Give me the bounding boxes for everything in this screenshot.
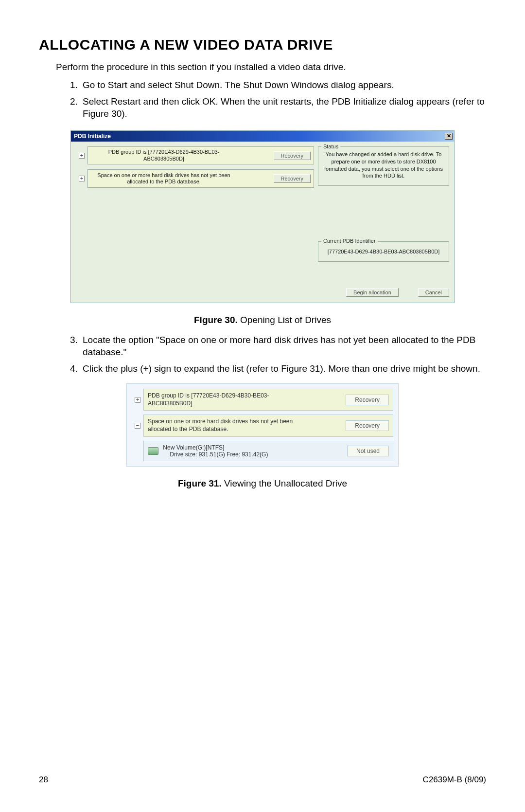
steps-3-4: Locate the option "Space on one or more … — [80, 334, 486, 375]
step-2: Select Restart and then click OK. When t… — [80, 96, 486, 120]
drive-name: New Volume(G:)[NTFS] — [163, 444, 224, 451]
pdb-initialize-dialog: PDB Initialize ✕ + PDB group ID is [7772… — [70, 130, 455, 303]
begin-allocation-button[interactable]: Begin allocation — [346, 288, 399, 297]
expand-icon[interactable]: + — [79, 153, 85, 159]
close-icon[interactable]: ✕ — [445, 133, 453, 140]
tree-item-unallocated[interactable]: Space on one or more hard disk drives ha… — [143, 415, 393, 436]
drive-size: Drive size: 931.51(G) Free: 931.42(G) — [163, 451, 268, 458]
cancel-button[interactable]: Cancel — [418, 288, 449, 297]
pdb-id-value: [77720E43-D629-4B30-BE03-ABC803805B0D] — [328, 249, 440, 254]
recovery-button[interactable]: Recovery — [274, 151, 311, 160]
drive-subrow: New Volume(G:)[NTFS] Drive size: 931.51(… — [143, 441, 393, 461]
tree-item-label: PDB group ID is [77720E43-D629-4B30-BE03… — [91, 149, 237, 162]
steps-1-2: Go to Start and select Shut Down. The Sh… — [80, 79, 486, 120]
intro-text: Perform the procedure in this section if… — [56, 62, 486, 72]
tree-item-label: Space on one or more hard disk drives ha… — [91, 172, 237, 186]
step-4: Click the plus (+) sign to expand the li… — [80, 363, 486, 375]
step-1: Go to Start and select Shut Down. The Sh… — [80, 79, 486, 91]
tree-row: + PDB group ID is [77720E43-D629-4B30-BE… — [76, 146, 314, 165]
status-text: You have changed or added a hard disk dr… — [324, 151, 443, 179]
tree-item-label: PDB group ID is [77720E43-D629-4B30-BE03… — [148, 392, 308, 407]
dialog-title: PDB Initialize — [74, 133, 111, 140]
tree-item-pdb-group[interactable]: PDB group ID is [77720E43-D629-4B30-BE03… — [143, 389, 393, 411]
pdb-id-title: Current PDB Identifier — [321, 238, 378, 244]
step-3: Locate the option "Space on one or more … — [80, 334, 486, 358]
figure-30-caption: Figure 30. Opening List of Drives — [39, 315, 486, 325]
drive-tree: + PDB group ID is [77720E43-D629-4B30-BE… — [76, 146, 314, 298]
expand-icon[interactable]: + — [79, 176, 85, 181]
page-title: ALLOCATING A NEW VIDEO DATA DRIVE — [39, 36, 486, 53]
pdb-id-groupbox: Current PDB Identifier [77720E43-D629-4B… — [318, 241, 449, 262]
doc-id: C2639M-B (8/09) — [423, 775, 486, 785]
recovery-button[interactable]: Recovery — [346, 395, 389, 405]
recovery-button[interactable]: Recovery — [274, 174, 311, 183]
tree-item-unallocated[interactable]: Space on one or more hard disk drives ha… — [88, 169, 314, 188]
hdd-icon — [148, 447, 158, 455]
tree-item-pdb-group[interactable]: PDB group ID is [77720E43-D629-4B30-BE03… — [88, 146, 314, 165]
status-title: Status — [321, 143, 340, 150]
figure-31-caption: Figure 31. Viewing the Unallocated Drive — [39, 478, 486, 489]
expand-icon[interactable]: + — [135, 397, 140, 403]
collapse-icon[interactable]: − — [135, 423, 140, 429]
tree-item-label: Space on one or more hard disk drives ha… — [148, 418, 308, 433]
dialog-titlebar: PDB Initialize ✕ — [71, 131, 454, 142]
tree-row: + PDB group ID is [77720E43-D629-4B30-BE… — [132, 389, 393, 411]
drive-status: Not used — [347, 446, 389, 456]
page-footer: 28 C2639M-B (8/09) — [39, 775, 486, 785]
tree-row: − Space on one or more hard disk drives … — [132, 415, 393, 436]
figure-30: PDB Initialize ✕ + PDB group ID is [7772… — [39, 130, 486, 303]
tree-row: + Space on one or more hard disk drives … — [76, 169, 314, 188]
figure-31-panel: + PDB group ID is [77720E43-D629-4B30-BE… — [126, 383, 399, 466]
recovery-button[interactable]: Recovery — [346, 420, 389, 431]
status-groupbox: Status You have changed or added a hard … — [318, 146, 449, 186]
drive-entry[interactable]: New Volume(G:)[NTFS] Drive size: 931.51(… — [143, 441, 393, 461]
page-number: 28 — [39, 775, 48, 785]
